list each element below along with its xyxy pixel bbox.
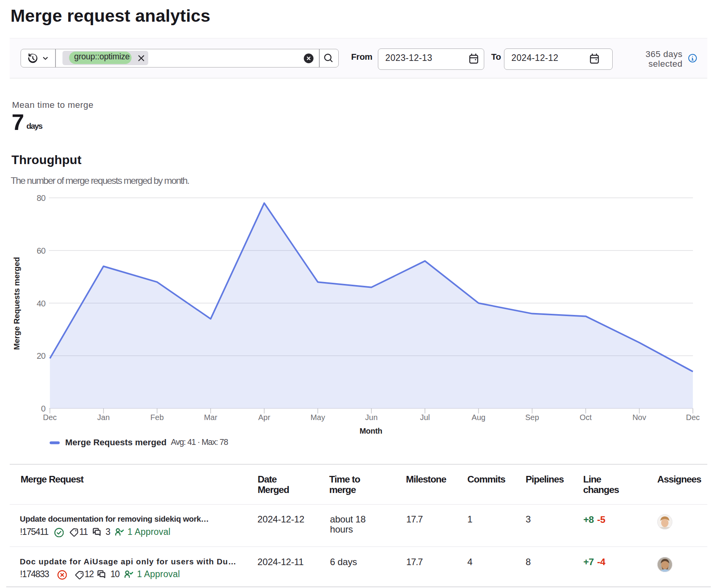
svg-text:Jan: Jan xyxy=(97,413,110,422)
svg-text:Merge Requests merged: Merge Requests merged xyxy=(12,257,21,350)
svg-text:80: 80 xyxy=(36,194,45,203)
svg-text:Apr: Apr xyxy=(258,413,270,422)
svg-text:40: 40 xyxy=(36,299,45,308)
svg-text:Mar: Mar xyxy=(204,413,218,422)
svg-text:Jul: Jul xyxy=(420,413,430,422)
svg-text:Oct: Oct xyxy=(580,413,592,422)
svg-text:May: May xyxy=(310,413,325,422)
svg-text:Aug: Aug xyxy=(472,413,486,422)
svg-text:Month: Month xyxy=(360,427,382,435)
svg-text:Feb: Feb xyxy=(151,413,164,422)
svg-text:Jun: Jun xyxy=(365,413,378,422)
svg-text:Nov: Nov xyxy=(632,413,646,422)
svg-text:60: 60 xyxy=(36,246,45,256)
svg-text:Sep: Sep xyxy=(525,413,539,422)
svg-text:Dec: Dec xyxy=(43,413,57,422)
svg-text:0: 0 xyxy=(41,404,46,413)
svg-text:20: 20 xyxy=(36,351,45,361)
svg-text:Dec: Dec xyxy=(686,413,700,422)
